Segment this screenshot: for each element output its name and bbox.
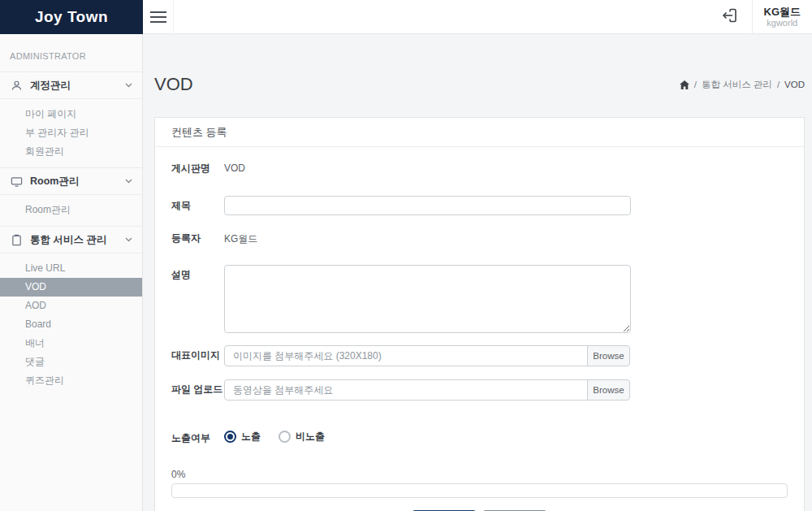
sidebar-group-label: 계정관리 xyxy=(30,79,71,93)
video-file-input[interactable] xyxy=(224,379,588,401)
sidebar: ADMINISTRATOR 계정관리 마이 페이지 부 관리자 관리 회원관리 … xyxy=(0,34,143,511)
radio-unselected-icon xyxy=(279,431,291,443)
upload-progress-label: 0% xyxy=(171,469,788,480)
thumbnail-browse-button[interactable]: Browse xyxy=(587,345,630,366)
sidebar-item-sub-admin[interactable]: 부 관리자 관리 xyxy=(0,123,142,142)
sidebar-group-room[interactable]: Room관리 xyxy=(0,167,142,195)
board-name-label: 게시판명 xyxy=(171,158,224,175)
video-browse-button[interactable]: Browse xyxy=(587,379,630,401)
sidebar-group-account[interactable]: 계정관리 xyxy=(0,71,142,99)
visibility-label: 노출여부 xyxy=(171,428,224,444)
monitor-icon xyxy=(10,175,23,188)
sidebar-item-my-page[interactable]: 마이 페이지 xyxy=(0,105,142,123)
app-logo[interactable]: Joy Town xyxy=(0,0,143,34)
sidebar-item-banner[interactable]: 배너 xyxy=(0,334,142,353)
home-icon[interactable] xyxy=(680,80,689,89)
sidebar-item-board[interactable]: Board xyxy=(0,315,142,334)
sidebar-section-label: ADMINISTRATOR xyxy=(0,34,142,71)
chevron-down-icon xyxy=(125,83,132,88)
title-label: 제목 xyxy=(171,196,224,212)
title-input[interactable] xyxy=(224,196,631,215)
board-name-value: VOD xyxy=(224,158,245,174)
sidebar-item-aod[interactable]: AOD xyxy=(0,297,142,315)
thumbnail-file-input[interactable] xyxy=(224,345,588,366)
sidebar-item-room[interactable]: Room관리 xyxy=(0,201,142,219)
description-textarea[interactable] xyxy=(224,265,631,333)
chevron-down-icon xyxy=(125,179,132,184)
chevron-down-icon xyxy=(125,237,132,242)
logout-button[interactable] xyxy=(706,0,752,34)
visibility-option-show[interactable]: 노출 xyxy=(224,430,261,444)
panel-title: 컨텐츠 등록 xyxy=(155,118,804,147)
sidebar-item-members[interactable]: 회원관리 xyxy=(0,142,142,161)
top-bar: Joy Town KG월드 kgworld xyxy=(0,0,812,34)
breadcrumb: / 통합 서비스 관리 / VOD xyxy=(680,79,805,91)
sidebar-toggle-button[interactable] xyxy=(143,0,174,34)
registrant-label: 등록자 xyxy=(171,228,224,245)
main-content: VOD / 통합 서비스 관리 / VOD 컨텐츠 등록 게시판명 VOD 제목… xyxy=(143,34,812,511)
sidebar-item-vod[interactable]: VOD xyxy=(0,278,142,297)
registrant-value: KG월드 xyxy=(224,228,257,246)
sidebar-group-label: 통합 서비스 관리 xyxy=(30,233,106,247)
radio-selected-icon xyxy=(224,431,236,443)
visibility-option-hide[interactable]: 비노출 xyxy=(279,430,325,444)
sidebar-item-quiz[interactable]: 퀴즈관리 xyxy=(0,371,142,390)
user-menu[interactable]: KG월드 kgworld xyxy=(752,0,812,34)
sidebar-group-label: Room관리 xyxy=(30,175,79,188)
page-title: VOD xyxy=(154,74,193,95)
thumbnail-label: 대표이미지 xyxy=(171,345,224,362)
logout-icon xyxy=(720,6,738,28)
sidebar-item-comments[interactable]: 댓글 xyxy=(0,353,142,371)
breadcrumb-separator: / xyxy=(777,80,780,89)
upload-progress-bar xyxy=(171,483,788,498)
user-name: KG월드 xyxy=(764,6,801,18)
breadcrumb-item-current: VOD xyxy=(784,80,805,89)
hamburger-icon xyxy=(150,11,166,13)
content-register-panel: 컨텐츠 등록 게시판명 VOD 제목 등록자 KG월드 설명 대표이미지 xyxy=(154,117,805,511)
breadcrumb-item-services[interactable]: 통합 서비스 관리 xyxy=(702,79,772,91)
sidebar-item-live-url[interactable]: Live URL xyxy=(0,259,142,278)
file-upload-label: 파일 업로드 xyxy=(171,379,224,396)
clipboard-icon xyxy=(10,233,23,246)
sidebar-group-services[interactable]: 통합 서비스 관리 xyxy=(0,226,142,253)
user-icon xyxy=(10,79,23,92)
breadcrumb-separator: / xyxy=(694,80,697,89)
user-id: kgworld xyxy=(767,18,797,28)
description-label: 설명 xyxy=(171,265,224,281)
